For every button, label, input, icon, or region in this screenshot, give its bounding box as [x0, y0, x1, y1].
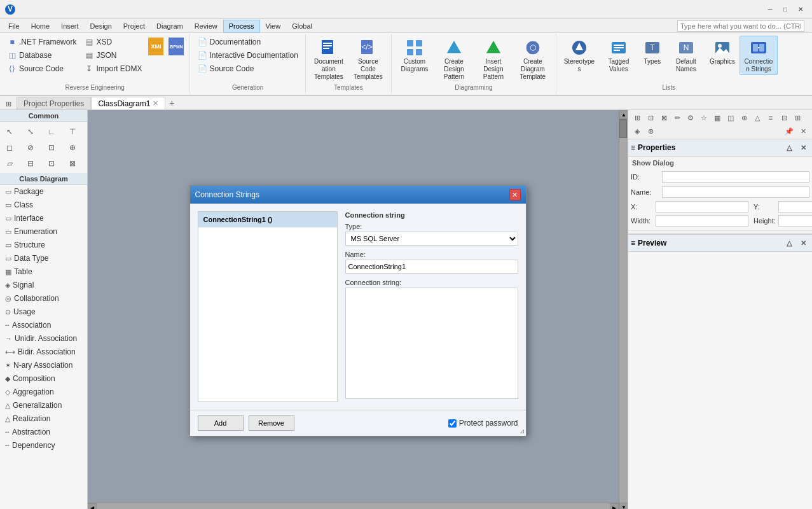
- props-height-input[interactable]: [778, 215, 812, 227]
- tab-close-classdiagram1[interactable]: ✕: [153, 99, 158, 108]
- ribbon-btn-connection-strings[interactable]: Connection Strings: [740, 36, 778, 75]
- ribbon-btn-sourcecode[interactable]: ⟨⟩ Source Code: [4, 62, 79, 75]
- name-input[interactable]: [345, 260, 518, 274]
- menu-home[interactable]: Home: [25, 20, 55, 32]
- type-select[interactable]: MS SQL Server MySQL PostgreSQL Oracle SQ…: [345, 232, 518, 246]
- tool-add[interactable]: ⊕: [65, 140, 80, 155]
- panel-item-generalization[interactable]: △ Generalization: [0, 399, 87, 412]
- ribbon-btn-source-templates[interactable]: </> Source Code Templates: [349, 36, 387, 83]
- rt-btn-4[interactable]: ✏: [671, 111, 684, 124]
- connection-string-textarea[interactable]: [345, 288, 518, 399]
- rt-btn-13[interactable]: ⊞: [791, 111, 804, 124]
- ribbon-btn-create-diagram-template[interactable]: ⬡ Create Diagram Template: [514, 36, 552, 83]
- maximize-button[interactable]: □: [779, 4, 792, 15]
- props-expand-btn[interactable]: △: [783, 141, 795, 154]
- menu-file[interactable]: File: [3, 20, 25, 32]
- ribbon-btn-json[interactable]: ▤ JSON: [81, 49, 145, 62]
- rt-btn-8[interactable]: ◫: [724, 111, 737, 124]
- panel-item-signal[interactable]: ◈ Signal: [0, 279, 87, 292]
- tool-shape[interactable]: ▱: [2, 156, 17, 171]
- menu-diagram[interactable]: Diagram: [151, 20, 189, 32]
- ribbon-btn-import-edmx[interactable]: ↧ Import EDMX: [81, 62, 145, 75]
- menu-review[interactable]: Review: [189, 20, 223, 32]
- remove-button[interactable]: Remove: [249, 415, 294, 431]
- rt-btn-10[interactable]: △: [751, 111, 764, 124]
- ribbon-btn-source-code-gen[interactable]: 📄 Source Code: [194, 62, 301, 75]
- menu-design[interactable]: Design: [85, 20, 118, 32]
- rt-btn-12[interactable]: ⊟: [778, 111, 790, 124]
- protect-password-checkbox[interactable]: [448, 419, 457, 428]
- rt-btn-1[interactable]: ⊞: [631, 111, 643, 124]
- panel-item-class[interactable]: ▭ Class: [0, 199, 87, 212]
- rt-btn-5[interactable]: ⚙: [684, 111, 697, 124]
- ribbon-btn-default-names[interactable]: N Default Names: [667, 36, 705, 75]
- ribbon-btn-documentation[interactable]: 📄 Documentation: [194, 36, 301, 48]
- rt-btn-9[interactable]: ⊕: [738, 111, 750, 124]
- rt-btn-pin[interactable]: 📌: [783, 125, 795, 137]
- panel-item-unidir-assoc[interactable]: → Unidir. Association: [0, 332, 87, 345]
- tool-no[interactable]: ⊘: [23, 140, 38, 155]
- tool-connect[interactable]: ∟: [44, 124, 59, 139]
- ribbon-search-input[interactable]: [677, 20, 804, 32]
- props-width-input[interactable]: [656, 215, 748, 227]
- ribbon-btn-tagged-values[interactable]: Tagged Values: [600, 36, 638, 75]
- ribbon-btn-stereotypes[interactable]: Stereotypes: [560, 36, 598, 75]
- menu-view[interactable]: View: [260, 20, 287, 32]
- modal-close-button[interactable]: ✕: [509, 189, 521, 200]
- panel-item-realization[interactable]: △ Realization: [0, 412, 87, 426]
- rt-btn-11[interactable]: ≡: [764, 111, 777, 124]
- preview-close-btn[interactable]: ✕: [797, 237, 809, 249]
- rt-btn-15[interactable]: ⊛: [644, 125, 657, 137]
- panel-item-usage[interactable]: ⊙ Usage: [0, 305, 87, 319]
- tool-rect[interactable]: ◻: [2, 140, 17, 155]
- tool-pan[interactable]: ⤡: [23, 124, 38, 139]
- rt-btn-7[interactable]: ▦: [711, 111, 724, 124]
- props-close-btn[interactable]: ✕: [797, 141, 809, 154]
- ribbon-btn-interactive-doc[interactable]: 📄 Interactive Documentation: [194, 49, 301, 62]
- tool-x[interactable]: ⊠: [65, 156, 80, 171]
- ribbon-btn-xmi[interactable]: XMI: [146, 36, 165, 57]
- connection-list-item-1[interactable]: ConnectionString1 (): [198, 212, 337, 228]
- panel-item-nary-assoc[interactable]: ✶ N-ary Association: [0, 359, 87, 372]
- minimize-button[interactable]: ─: [764, 4, 776, 15]
- panel-item-datatype[interactable]: ▭ Data Type: [0, 252, 87, 265]
- ribbon-btn-custom-diagrams[interactable]: Custom Diagrams: [396, 36, 434, 75]
- panel-item-composition[interactable]: ◆ Composition: [0, 372, 87, 386]
- panel-item-package[interactable]: ▭ Package: [0, 185, 87, 199]
- panel-item-association[interactable]: ╌ Association: [0, 319, 87, 332]
- panel-item-aggregation[interactable]: ◇ Aggregation: [0, 386, 87, 399]
- rt-btn-2[interactable]: ⊡: [644, 111, 657, 124]
- props-id-input[interactable]: [662, 171, 809, 183]
- rt-btn-close[interactable]: ✕: [797, 125, 809, 137]
- tab-project-properties[interactable]: Project Properties: [17, 97, 91, 109]
- panel-item-bidir-assoc[interactable]: ⟷ Bidir. Association: [0, 345, 87, 359]
- menu-global[interactable]: Global: [286, 20, 318, 32]
- ribbon-btn-doc-templates[interactable]: Documentation Templates: [310, 36, 348, 83]
- tool-grid[interactable]: ⊡: [44, 140, 59, 155]
- resize-handle[interactable]: ⊿: [520, 428, 525, 435]
- panel-item-collaboration[interactable]: ◎ Collaboration: [0, 292, 87, 305]
- rt-btn-3[interactable]: ⊠: [657, 111, 670, 124]
- rt-btn-6[interactable]: ☆: [698, 111, 710, 124]
- menu-insert[interactable]: Insert: [55, 20, 85, 32]
- ribbon-btn-insert-design-pattern[interactable]: Insert Design Pattern: [474, 36, 513, 83]
- panel-item-structure[interactable]: ▭ Structure: [0, 239, 87, 252]
- panel-item-interface[interactable]: ▭ Interface: [0, 212, 87, 225]
- ribbon-btn-dotnet[interactable]: ■ .NET Framework: [4, 36, 79, 48]
- panel-item-enumeration[interactable]: ▭ Enumeration: [0, 225, 87, 239]
- rt-btn-14[interactable]: ◈: [631, 125, 643, 137]
- add-button[interactable]: Add: [198, 415, 244, 431]
- tool-box[interactable]: ⊡: [44, 156, 59, 171]
- tab-add-button[interactable]: +: [165, 97, 178, 109]
- tool-select[interactable]: ↖: [2, 124, 17, 139]
- ribbon-btn-bpmn[interactable]: BPMN: [167, 36, 186, 57]
- menu-process[interactable]: Process: [223, 20, 260, 32]
- preview-expand-btn[interactable]: △: [783, 237, 795, 249]
- props-x-input[interactable]: [656, 201, 748, 213]
- props-y-input[interactable]: [778, 201, 812, 213]
- canvas-area[interactable]: ▲ ▼ ◀ ▶ Connection Strings ✕: [88, 110, 628, 509]
- close-button[interactable]: ✕: [794, 4, 807, 15]
- ribbon-btn-graphics[interactable]: Graphics: [706, 36, 738, 67]
- ribbon-btn-xsd[interactable]: ▤ XSD: [81, 36, 145, 48]
- props-name-input[interactable]: [662, 186, 809, 198]
